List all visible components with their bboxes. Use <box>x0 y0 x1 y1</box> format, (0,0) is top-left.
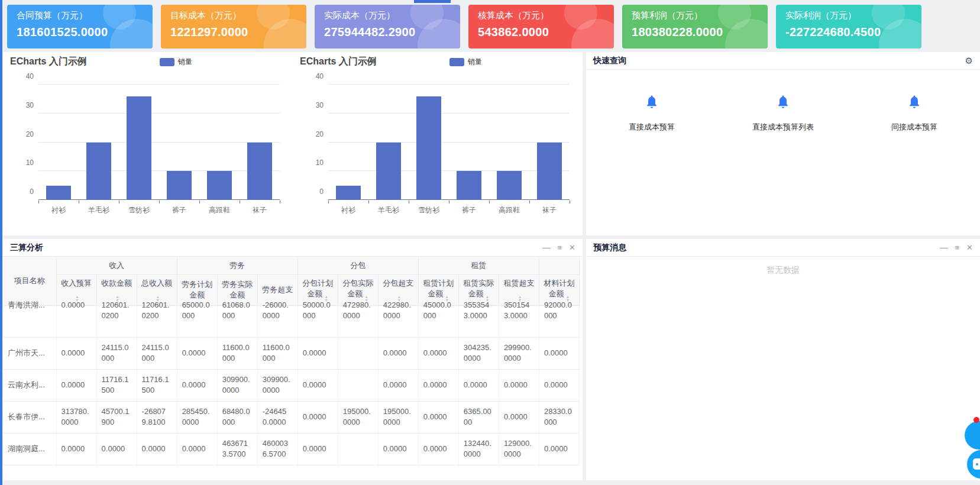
x-axis-labels: 衬衫羊毛衫雪纺衫裤子高跟鞋袜子 <box>38 205 280 215</box>
minimize-icon[interactable]: — <box>543 244 551 251</box>
notification-dot <box>973 417 979 423</box>
column-group-header: 劳务 <box>177 257 297 274</box>
value-cell: 28330.0000 <box>539 401 579 433</box>
value-cell: 11600.0000 <box>257 337 297 369</box>
kpi-card: 实际利润（万元）-227224680.4500 <box>776 5 921 48</box>
value-cell: 4600036.5700 <box>257 433 297 465</box>
value-cell: 0.0000 <box>297 369 338 401</box>
table-row[interactable]: 湖南洞庭...0.00000.00000.00000.00004636713.5… <box>3 433 580 465</box>
table-row[interactable]: 云南水利...0.000011716.150011716.15000.00003… <box>3 369 580 401</box>
value-cell: 0.0000 <box>297 433 338 465</box>
column-header-label: 材料计划金额 <box>544 279 574 298</box>
value-cell <box>338 369 378 401</box>
chart-plot-area: 010203040 <box>328 85 570 200</box>
value-cell: 11716.1500 <box>137 369 177 401</box>
column-header-label: 劳务实际金额 <box>222 280 253 299</box>
x-axis-tick-label: 雪纺衫 <box>119 205 159 215</box>
quick-link-item[interactable]: 间接成本预算 <box>849 95 980 132</box>
y-axis-tick-label: 10 <box>10 159 34 167</box>
menu-icon[interactable]: ≡ <box>558 244 562 251</box>
kpi-card-label: 核算成本（万元） <box>478 10 604 21</box>
value-cell: 6365.0000 <box>458 401 499 433</box>
column-group-header <box>539 257 579 274</box>
quick-query-body: 直接成本预算直接成本预算列表间接成本预算 <box>586 70 980 132</box>
value-cell: 0.0000 <box>378 337 418 369</box>
column-header-label: 分包计划金额 <box>302 279 333 298</box>
table-row[interactable]: 长春市伊...313780.000045700.1900-268079.8100… <box>3 401 580 433</box>
project-name-cell: 湖南洞庭... <box>3 433 56 465</box>
x-axis-tick-label: 裤子 <box>449 205 489 215</box>
x-axis-tick-label: 羊毛衫 <box>368 205 409 215</box>
menu-icon[interactable]: ≡ <box>955 244 960 251</box>
category-slot <box>449 85 489 200</box>
value-cell: 50000.0000 <box>297 305 338 337</box>
bar-chart: ECharts 入门示例销量010203040衬衫羊毛衫雪纺衫裤子高跟鞋袜子 <box>293 52 583 235</box>
value-cell: 68480.0000 <box>217 401 257 433</box>
value-cell: 0.0000 <box>539 337 579 369</box>
y-axis-tick-label: 0 <box>300 187 324 196</box>
value-cell: 0.0000 <box>418 433 458 465</box>
value-cell: 0.0000 <box>539 369 579 401</box>
column-header-label: 收款金额 <box>101 279 132 287</box>
value-cell <box>338 433 378 465</box>
value-cell: 132440.0000 <box>458 433 499 465</box>
x-axis-tick-label: 衬衫 <box>38 205 79 215</box>
kpi-card-value: 1221297.0000 <box>170 25 297 39</box>
value-cell: 0.0000 <box>177 433 217 465</box>
kpi-card-value: 543862.0000 <box>478 25 604 39</box>
bar <box>416 96 441 201</box>
y-axis-tick-label: 20 <box>300 130 324 138</box>
value-cell: 0.0000 <box>418 401 458 433</box>
category-slot <box>529 85 570 200</box>
x-axis-tick-label: 羊毛衫 <box>79 205 119 215</box>
y-axis-tick-label: 30 <box>10 101 34 109</box>
column-header-label: 租赁超支 <box>503 279 534 287</box>
close-icon[interactable]: ✕ <box>569 244 575 251</box>
value-cell: 0.0000 <box>297 337 338 369</box>
bar-chart: ECharts 入门示例销量010203040衬衫羊毛衫雪纺衫裤子高跟鞋袜子 <box>3 52 293 235</box>
kpi-card-value: 180380228.0000 <box>632 25 758 39</box>
close-icon[interactable]: ✕ <box>966 244 973 251</box>
legend-label: 销量 <box>468 57 482 67</box>
project-name-cell: 云南水利... <box>3 369 56 401</box>
value-cell: 11716.1500 <box>96 369 137 401</box>
value-cell: 3553543.0000 <box>458 305 499 337</box>
table-row[interactable]: 广州市天...0.000024115.000024115.00000.00001… <box>3 337 580 369</box>
legend-swatch-icon <box>449 58 464 66</box>
bar <box>497 171 522 200</box>
project-name-cell: 长春市伊... <box>3 401 56 433</box>
category-slot <box>159 85 199 200</box>
top-scroll-fragment <box>414 0 451 3</box>
value-cell: 195000.0000 <box>378 401 418 433</box>
minimize-icon[interactable]: — <box>940 244 948 251</box>
chart-legend[interactable]: 销量 <box>160 57 192 67</box>
quick-link-label: 直接成本预算列表 <box>752 122 814 132</box>
bar <box>167 171 192 200</box>
column-group-header: 租赁 <box>418 257 539 274</box>
quick-link-label: 直接成本预算 <box>629 122 675 132</box>
legend-swatch-icon <box>160 58 174 66</box>
y-axis-tick-label: 20 <box>10 130 34 138</box>
quick-link-item[interactable]: 直接成本预算 <box>586 95 717 132</box>
chart-title: ECharts 入门示例 <box>300 56 377 68</box>
analysis-panel: 三算分析 — ≡ ✕ 项目名称收入劳务分包租赁收入预算▲▼收款金额▲▼总收入额▲… <box>3 239 583 480</box>
column-group-header: 收入 <box>56 257 177 274</box>
charts-panel: ECharts 入门示例销量010203040衬衫羊毛衫雪纺衫裤子高跟鞋袜子EC… <box>3 52 583 235</box>
x-axis-tick-label: 袜子 <box>529 205 570 215</box>
project-name-cell: 广州市天... <box>3 337 56 369</box>
value-cell: 11600.0000 <box>217 337 257 369</box>
bar <box>336 186 361 200</box>
quick-link-item[interactable]: 直接成本预算列表 <box>717 95 849 132</box>
kpi-card: 合同预算（万元）181601525.0000 <box>7 5 153 48</box>
category-slot <box>38 85 79 200</box>
table-row[interactable]: 青海洪湖...0.0000120601.0200120601.020065000… <box>3 305 580 337</box>
kpi-card-label: 预算利润（万元） <box>632 10 758 21</box>
chart-legend[interactable]: 销量 <box>449 57 482 67</box>
column-header-label: 总收入额 <box>141 279 172 287</box>
kpi-card: 实际成本（万元）275944482.2900 <box>315 5 460 48</box>
column-header-label: 收入预算 <box>61 279 92 287</box>
kpi-card: 目标成本（万元）1221297.0000 <box>161 5 306 48</box>
gear-icon[interactable]: ⚙ <box>965 56 973 66</box>
category-slot <box>199 85 240 200</box>
kpi-card-label: 实际成本（万元） <box>324 10 451 21</box>
